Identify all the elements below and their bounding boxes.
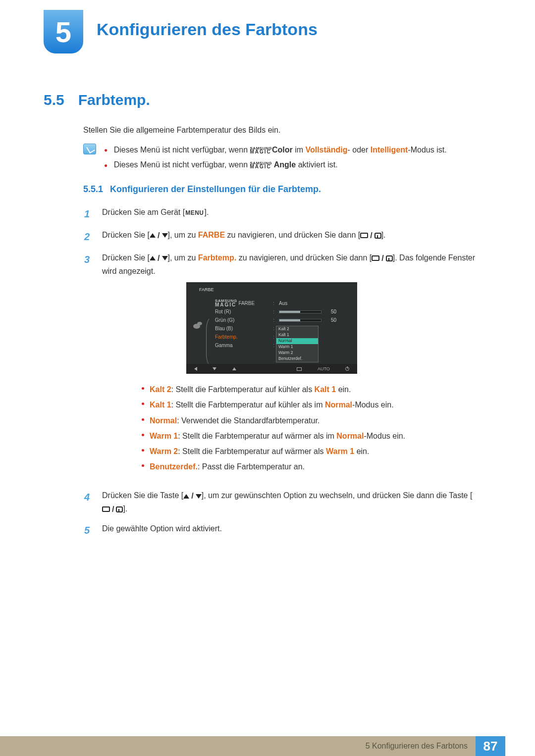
osd-dropdown: Kalt 2 Kalt 1 Normal Warm 1 Warm 2 Benut… bbox=[276, 326, 319, 362]
up-down-icon: / bbox=[150, 252, 167, 265]
section-title: Farbtemp. bbox=[78, 92, 150, 108]
note-item-1: ● Dieses Menü ist nicht verfügbar, wenn … bbox=[104, 143, 447, 157]
source-enter-icon: / bbox=[372, 252, 392, 265]
osd-menu-left: SAMSUNGMAGICFARBE Rot (R) Grün (G) Blau … bbox=[215, 299, 262, 350]
up-down-icon: / bbox=[150, 229, 167, 242]
note-item-2: ● Dieses Menü ist nicht verfügbar, wenn … bbox=[104, 157, 447, 172]
chapter-badge: 5 bbox=[44, 10, 83, 53]
page-number: 87 bbox=[476, 736, 505, 756]
note-icon bbox=[83, 144, 96, 154]
osd-bottom-bar: AUTO bbox=[186, 364, 357, 374]
up-icon bbox=[232, 367, 236, 370]
steps-list: 1 Drücken Sie am Gerät [MENU]. 2 Drücken… bbox=[84, 206, 485, 545]
auto-label: AUTO bbox=[318, 365, 330, 372]
step-1: 1 Drücken Sie am Gerät [MENU]. bbox=[84, 206, 485, 222]
section-heading: 5.5 Farbtemp. bbox=[44, 92, 150, 108]
enter-icon bbox=[297, 367, 302, 371]
section-intro: Stellen Sie die allgemeine Farbtemperatu… bbox=[83, 126, 280, 135]
power-icon bbox=[345, 367, 349, 371]
note-block: ● Dieses Menü ist nicht verfügbar, wenn … bbox=[83, 143, 489, 173]
step-2: 2 Drücken Sie [/], um zu FARBE zu navigi… bbox=[84, 229, 485, 245]
osd-title: FARBE bbox=[199, 286, 214, 293]
step-3: 3 Drücken Sie [/], um zu Farbtemp. zu na… bbox=[84, 252, 485, 482]
source-enter-icon: / bbox=[360, 229, 381, 242]
chapter-title: Konfigurieren des Farbtons bbox=[97, 20, 318, 39]
palette-icon bbox=[193, 322, 204, 331]
menu-button-label: MENU bbox=[185, 208, 204, 218]
osd-screenshot: FARBE SAMSUNGMAGICFARBE Rot (R) Grün (G)… bbox=[186, 282, 357, 374]
up-down-icon: / bbox=[183, 490, 201, 503]
down-icon bbox=[213, 367, 216, 370]
step-4: 4 Drücken Sie die Taste [/], um zur gewü… bbox=[84, 489, 485, 515]
subsection-heading: 5.5.1Konfigurieren der Einstellungen für… bbox=[83, 184, 321, 195]
page-footer: 5 Konfigurieren des Farbtons 87 bbox=[0, 736, 535, 756]
source-enter-icon: / bbox=[102, 503, 123, 516]
footer-text: 5 Konfigurieren des Farbtons bbox=[366, 742, 468, 751]
left-icon bbox=[194, 367, 197, 371]
option-descriptions: Kalt 2: Stellt die Farbtemperatur auf kü… bbox=[122, 382, 485, 474]
step-5: 5 Die gewählte Option wird aktiviert. bbox=[84, 522, 485, 538]
section-number: 5.5 bbox=[44, 92, 64, 108]
